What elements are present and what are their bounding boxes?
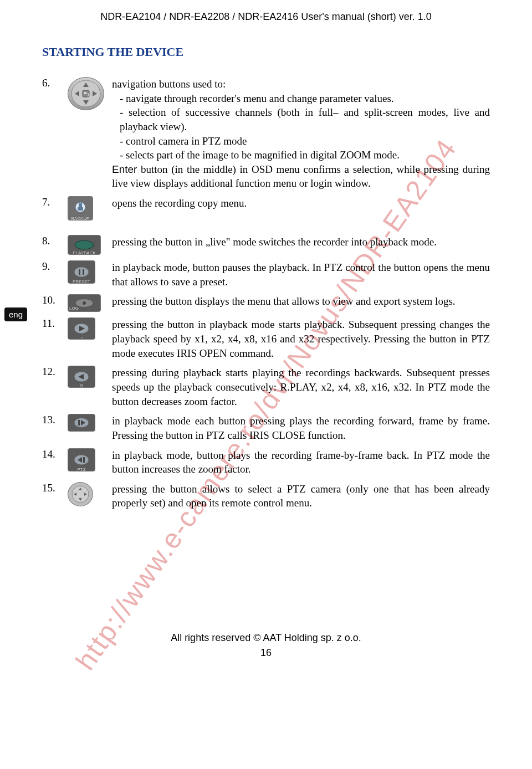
footer-copyright: All rights reserved © AAT Holding sp. z … <box>42 632 490 644</box>
item-desc: opens the recording copy menu. <box>112 196 490 211</box>
item6-line1: - navigate through recorder's menu and c… <box>112 91 490 106</box>
item6-enter: Enter Enter button (in the middle) in OS… <box>112 162 490 191</box>
item-row: 6. navigation buttons used to: - navigat… <box>42 77 490 191</box>
item-number: 15. <box>42 482 68 494</box>
dpad-icon <box>68 77 104 110</box>
item6-line0: navigation buttons used to: <box>112 77 490 91</box>
item6-line4: - selects part of the image to be magnif… <box>112 148 490 162</box>
play-forward-icon: ▫ <box>68 317 95 340</box>
item-number: 9. <box>42 260 68 273</box>
language-tab: eng <box>4 307 27 321</box>
item6-line3: - control camera in PTZ mode <box>112 134 490 148</box>
svg-rect-13 <box>83 269 84 275</box>
svg-rect-25 <box>83 457 85 463</box>
item-desc: in playback mode each button pressing pl… <box>112 414 490 442</box>
playback-icon: PLAYBACK <box>68 235 101 255</box>
icon-label: PLAYBACK <box>68 250 100 255</box>
item6-line2: - selection of successive channels (both… <box>112 105 490 134</box>
svg-rect-9 <box>78 207 83 211</box>
item-desc: pressing the button displays the menu th… <box>112 294 490 309</box>
item-number: 11. <box>42 317 68 330</box>
icon-label: PRESET <box>68 279 95 284</box>
item-number: 13. <box>42 414 68 426</box>
item-desc: pressing the button allows to select a P… <box>112 482 490 510</box>
item-desc: pressing the button in playback mode sta… <box>112 317 490 360</box>
page-header: NDR-EA2104 / NDR-EA2208 / NDR-EA2416 Use… <box>42 11 490 23</box>
item-row: 10. LOG pressing the button displays the… <box>42 294 490 312</box>
item-number: 12. <box>42 366 68 378</box>
svg-rect-6 <box>84 92 86 94</box>
section-title: STARTING THE DEVICE <box>42 45 490 59</box>
pause-preset-icon: PRESET <box>68 260 95 284</box>
icon-label: PTZ <box>68 467 95 472</box>
svg-rect-8 <box>79 203 82 207</box>
frame-back-ptz-icon: PTZ <box>68 448 95 471</box>
item-row: 7. BACKUP opens the recording copy menu. <box>42 196 490 221</box>
item-row: 13. in playback mode each button pressin… <box>42 414 490 442</box>
play-reverse-icon: ⊖ <box>68 366 95 388</box>
backup-icon: BACKUP <box>68 196 93 221</box>
item-number: 10. <box>42 294 68 306</box>
page-number: 16 <box>42 647 490 659</box>
icon-label: LOG <box>69 306 79 311</box>
item-desc: in playback mode, button pauses the play… <box>112 260 490 289</box>
item-row: 11. ▫ pressing the button in playback mo… <box>42 317 490 360</box>
svg-rect-12 <box>79 269 80 275</box>
frame-forward-icon <box>68 414 95 432</box>
svg-point-11 <box>74 267 89 277</box>
item-row: 9. PRESET in playback mode, button pause… <box>42 260 490 289</box>
svg-point-10 <box>75 240 94 249</box>
item-row: 15. pressing the button allows to select… <box>42 482 490 510</box>
item-number: 6. <box>42 77 68 89</box>
svg-point-15 <box>83 301 86 305</box>
icon-label: BACKUP <box>68 216 93 221</box>
item-row: 8. PLAYBACK pressing the button in „live… <box>42 235 490 255</box>
item-row: 12. ⊖ pressing during playback starts pl… <box>42 366 490 408</box>
item-desc: pressing during playback starts playing … <box>112 366 490 408</box>
item-number: 8. <box>42 235 68 247</box>
item-number: 7. <box>42 196 68 208</box>
item-number: 14. <box>42 448 68 460</box>
item-desc: in playback mode, button plays the recor… <box>112 448 490 476</box>
svg-rect-21 <box>78 420 80 425</box>
log-icon: LOG <box>68 294 101 312</box>
item-desc: pressing the button in „live" mode switc… <box>112 235 490 249</box>
ptz-select-icon <box>68 482 93 506</box>
item-row: 14. PTZ in playback mode, button plays t… <box>42 448 490 476</box>
